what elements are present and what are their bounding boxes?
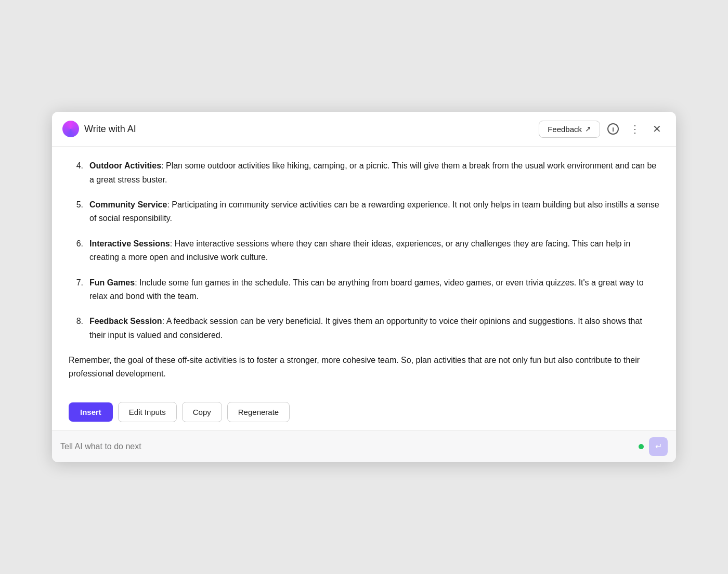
list-number: 5. <box>69 198 83 226</box>
list-item-text: Interactive Sessions: Have interactive s… <box>89 237 659 265</box>
closing-text: Remember, the goal of these off-site act… <box>69 354 659 381</box>
external-link-icon: ↗ <box>585 125 591 133</box>
list-item: 8.Feedback Session: A feedback session c… <box>69 315 659 342</box>
app-logo-icon <box>62 121 79 137</box>
info-button[interactable]: i <box>604 120 622 138</box>
status-dot <box>639 444 644 449</box>
action-bar: Insert Edit Inputs Copy Regenerate <box>52 394 676 430</box>
edit-inputs-button[interactable]: Edit Inputs <box>118 402 177 422</box>
header-actions: Feedback ↗ i ⋮ ✕ <box>539 120 666 138</box>
list-item-text: Community Service: Participating in comm… <box>89 198 659 226</box>
content-list: 4.Outdoor Activities: Plan some outdoor … <box>69 159 659 342</box>
more-icon: ⋮ <box>630 123 641 135</box>
list-item: 5.Community Service: Participating in co… <box>69 198 659 226</box>
insert-button[interactable]: Insert <box>69 402 113 422</box>
list-item: 4.Outdoor Activities: Plan some outdoor … <box>69 159 659 187</box>
header-left: Write with AI <box>62 121 539 137</box>
list-number: 4. <box>69 159 83 187</box>
ai-instruction-input[interactable] <box>60 442 633 451</box>
regenerate-button[interactable]: Regenerate <box>227 402 290 422</box>
close-icon: ✕ <box>653 123 661 135</box>
list-number: 7. <box>69 276 83 304</box>
more-options-button[interactable]: ⋮ <box>626 120 644 138</box>
list-number: 8. <box>69 315 83 342</box>
send-icon: ↵ <box>655 441 662 451</box>
list-item: 6.Interactive Sessions: Have interactive… <box>69 237 659 265</box>
send-button[interactable]: ↵ <box>649 437 668 456</box>
copy-button[interactable]: Copy <box>182 402 222 422</box>
list-item-text: Fun Games: Include some fun games in the… <box>89 276 659 304</box>
list-item-text: Feedback Session: A feedback session can… <box>89 315 659 342</box>
write-with-ai-panel: Write with AI Feedback ↗ i ⋮ ✕ 4.Outdoor… <box>52 112 676 462</box>
header: Write with AI Feedback ↗ i ⋮ ✕ <box>52 112 676 147</box>
info-circle-icon: i <box>607 123 619 135</box>
close-button[interactable]: ✕ <box>648 120 666 138</box>
panel-title: Write with AI <box>84 124 136 135</box>
list-item: 7.Fun Games: Include some fun games in t… <box>69 276 659 304</box>
feedback-button[interactable]: Feedback ↗ <box>539 121 600 138</box>
feedback-label: Feedback <box>548 125 582 134</box>
content-area: 4.Outdoor Activities: Plan some outdoor … <box>52 147 676 394</box>
list-number: 6. <box>69 237 83 265</box>
list-item-text: Outdoor Activities: Plan some outdoor ac… <box>89 159 659 187</box>
input-bar: ↵ <box>52 430 676 462</box>
